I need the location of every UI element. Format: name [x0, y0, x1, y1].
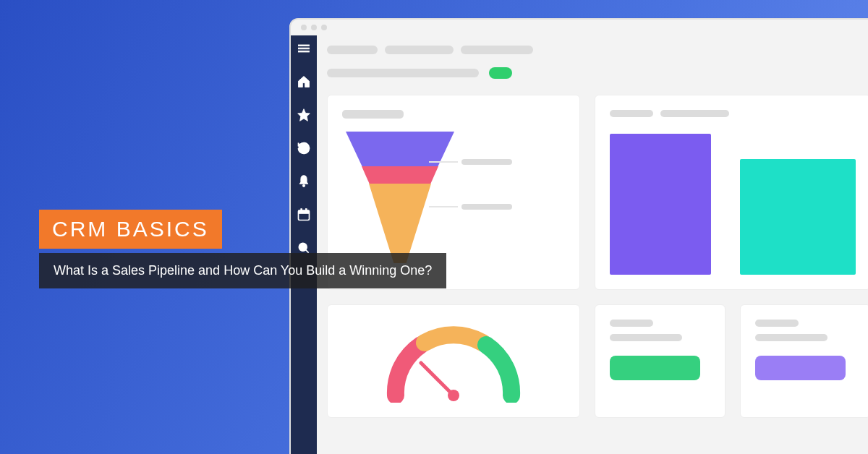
- traffic-light-icon: [311, 25, 317, 30]
- bar-card: [595, 95, 868, 290]
- placeholder-pill: [327, 69, 479, 77]
- card-title-placeholder: [610, 110, 653, 117]
- funnel-segment-mid: [362, 166, 438, 184]
- menu-icon[interactable]: [297, 41, 311, 56]
- placeholder-pill: [327, 46, 378, 54]
- svg-rect-2: [299, 51, 310, 52]
- page-title: What Is a Sales Pipeline and How Can You…: [39, 253, 446, 288]
- status-badge: [489, 67, 512, 79]
- gauge-chart: [381, 323, 526, 403]
- placeholder-pill: [755, 320, 799, 327]
- placeholder-pill: [610, 320, 653, 327]
- category-tag: CRM BASICS: [39, 210, 222, 249]
- metric-card: [595, 304, 726, 418]
- placeholder-pill: [461, 46, 533, 54]
- metric-card: [740, 304, 868, 418]
- traffic-light-icon: [321, 25, 327, 30]
- card-title-placeholder: [342, 110, 404, 119]
- star-icon[interactable]: [297, 108, 311, 122]
- placeholder-pill: [385, 46, 454, 54]
- svg-rect-0: [299, 45, 310, 46]
- svg-point-3: [302, 184, 305, 187]
- bar-segment: [610, 134, 711, 275]
- card-title-placeholder: [660, 110, 729, 117]
- metric-button[interactable]: [610, 356, 700, 380]
- bar-segment: [740, 159, 856, 275]
- title-overlay: CRM BASICS What Is a Sales Pipeline and …: [39, 210, 446, 288]
- funnel-legend-item: [461, 159, 512, 165]
- window-titlebar: [291, 20, 868, 35]
- svg-rect-1: [299, 48, 310, 49]
- bar-chart: [610, 130, 856, 275]
- metric-button[interactable]: [755, 356, 846, 380]
- svg-line-11: [421, 363, 454, 395]
- bell-icon[interactable]: [297, 174, 311, 189]
- sub-toolbar: [327, 67, 868, 79]
- history-icon[interactable]: [297, 141, 311, 155]
- placeholder-pill: [755, 334, 827, 341]
- gauge-card: [327, 304, 580, 418]
- placeholder-pill: [610, 334, 682, 341]
- traffic-light-icon: [301, 25, 307, 30]
- home-icon[interactable]: [297, 74, 311, 89]
- toolbar: [327, 46, 868, 54]
- funnel-legend-item: [461, 204, 512, 210]
